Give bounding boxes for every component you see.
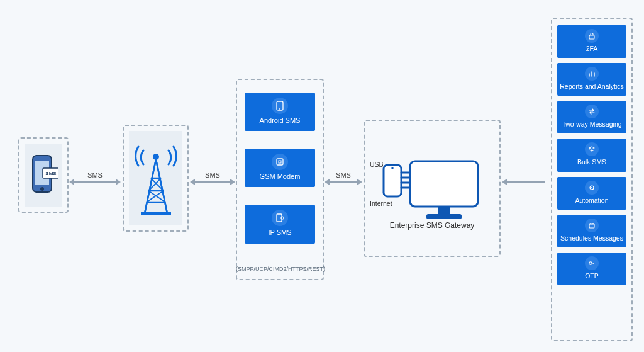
mobile-device-box: SMS <box>18 137 69 213</box>
cell-tower-tile <box>129 131 182 225</box>
svg-point-14 <box>391 167 393 169</box>
svg-rect-21 <box>426 214 462 219</box>
ip-sms-label: IP SMS <box>268 229 291 237</box>
arrow-phone-to-tower <box>74 181 116 183</box>
internet-label: Internet <box>370 200 392 207</box>
android-sms-label: Android SMS <box>260 116 301 125</box>
phone-sms-icon: SMS <box>29 154 58 196</box>
arrow-features-to-gateway <box>507 181 545 183</box>
svg-rect-6 <box>141 212 171 215</box>
mobile-device-tile: SMS <box>25 144 62 207</box>
svg-rect-10 <box>279 161 281 163</box>
twoway-arrows-icon <box>585 105 599 118</box>
feature-2fa-label: 2FA <box>586 45 598 53</box>
ip-sms-module: IP SMS <box>245 205 315 243</box>
arrow-label-sms-2: SMS <box>205 171 220 179</box>
feature-schedules-label: Schedules Messages <box>560 234 623 242</box>
feature-otp: OTP <box>557 253 626 285</box>
arrow-label-sms-3: SMS <box>336 171 351 179</box>
svg-point-24 <box>591 187 592 188</box>
svg-rect-22 <box>589 35 594 39</box>
gsm-modem-module: GSM Modem <box>245 149 315 187</box>
svg-point-5 <box>153 154 159 160</box>
usb-label: USB <box>370 161 384 168</box>
svg-point-8 <box>279 108 280 110</box>
svg-rect-25 <box>589 224 594 228</box>
feature-bulk: Bulk SMS <box>557 139 626 171</box>
cell-tower-icon <box>132 140 180 216</box>
stack-icon <box>585 142 599 156</box>
cell-tower-box <box>123 125 189 232</box>
network-device-icon <box>272 210 288 226</box>
lock-icon <box>585 29 599 43</box>
feature-otp-label: OTP <box>585 272 599 280</box>
feature-bulk-label: Bulk SMS <box>577 158 606 166</box>
svg-rect-19 <box>410 161 478 207</box>
feature-2fa: 2FA <box>557 25 626 58</box>
protocols-note: (SMPP/UCP/CIMD2/HTTPS/REST) <box>236 266 324 272</box>
feature-schedules: Schedules Messages <box>557 215 626 247</box>
sms-channels-box: Android SMS GSM Modem IP SMS <box>236 79 324 280</box>
svg-rect-9 <box>277 159 283 165</box>
svg-point-26 <box>589 262 592 264</box>
chart-icon <box>585 67 599 81</box>
feature-reports: Reports and Analytics <box>557 63 626 96</box>
gateway-caption: Enterprise SMS Gateway <box>364 220 501 230</box>
arrow-label-sms-1: SMS <box>87 171 103 179</box>
svg-point-2 <box>40 187 44 191</box>
svg-text:SMS: SMS <box>45 171 57 176</box>
feature-twoway-label: Two-way Messaging <box>562 120 621 128</box>
phone-device-icon <box>272 98 288 114</box>
sim-card-icon <box>272 154 288 170</box>
key-icon <box>585 256 599 270</box>
feature-automation-label: Automation <box>575 196 608 205</box>
gear-icon <box>585 181 599 195</box>
feature-automation: Automation <box>557 177 626 210</box>
arrow-modules-to-gateway <box>330 181 357 183</box>
svg-rect-20 <box>438 207 450 214</box>
calendar-icon <box>585 219 599 232</box>
feature-twoway: Two-way Messaging <box>557 101 626 133</box>
computer-with-phone-icon <box>379 154 486 223</box>
svg-rect-13 <box>384 165 401 196</box>
features-box: 2FA Reports and Analytics Two-way Messag… <box>551 18 633 341</box>
arrow-tower-to-modules <box>195 181 230 183</box>
feature-reports-label: Reports and Analytics <box>560 82 624 91</box>
enterprise-gateway-box <box>364 120 501 257</box>
android-sms-module: Android SMS <box>245 93 315 131</box>
gsm-modem-label: GSM Modem <box>260 173 301 181</box>
